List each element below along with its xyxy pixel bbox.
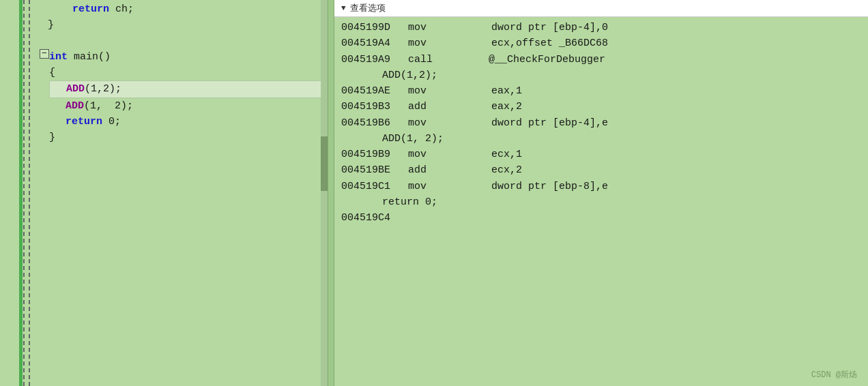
asm-mnem-5: add: [396, 99, 450, 115]
asm-mnem-7: mov: [396, 147, 450, 162]
asm-addr-8: 004519BE: [341, 162, 396, 178]
asm-ops-3: @__CheckForDebugger: [489, 52, 605, 68]
source-line-add2: ADD(1, 2);: [34, 98, 328, 114]
asm-row-9: 004519C1 mov dword ptr [ebp-8],e: [341, 179, 868, 194]
asm-ops-8: ecx,2: [491, 162, 522, 178]
left-scrollbar[interactable]: [321, 0, 328, 386]
source-interleave-1: ADD(1,2);: [341, 68, 868, 83]
asm-addr-2: 004519A4: [341, 35, 396, 51]
source-line-1: return ch;: [34, 1, 328, 17]
asm-ops-5: eax,2: [491, 99, 522, 115]
collapse-icon[interactable]: −: [40, 49, 49, 59]
asm-mnem-2: mov: [396, 35, 450, 51]
asm-addr-6: 004519B6: [341, 115, 396, 131]
asm-addr-3: 004519A9: [341, 52, 396, 68]
source-text-1: ADD(1,2);: [382, 68, 437, 83]
source-line-open-brace: {: [34, 65, 328, 80]
dashed-guide-1: [23, 0, 25, 386]
source-interleave-2: ADD(1, 2);: [341, 131, 868, 147]
source-interleave-3: return 0;: [341, 194, 868, 210]
asm-addr-9: 004519C1: [341, 179, 396, 194]
asm-row-4: 004519AE mov eax,1: [341, 83, 868, 99]
dashed-guide-2: [29, 0, 30, 386]
collapse-header-icon[interactable]: ▼: [341, 4, 346, 12]
asm-row-2: 004519A4 mov ecx,offset _B66DC68: [341, 35, 868, 51]
asm-addr-1: 0045199D: [341, 20, 396, 35]
asm-mnem-3: call: [396, 52, 450, 68]
asm-ops-4: eax,1: [491, 83, 522, 99]
asm-row-1: 0045199D mov dword ptr [ebp-4],0: [341, 20, 868, 35]
header-label: 查看选项: [350, 2, 386, 14]
asm-row-6: 004519B6 mov dword ptr [ebp-4],e: [341, 115, 868, 131]
asm-mnem-4: mov: [396, 83, 450, 99]
asm-row-5: 004519B3 add eax,2: [341, 99, 868, 115]
asm-ops-7: ecx,1: [491, 147, 522, 162]
source-line-func: − int main(): [34, 49, 328, 65]
asm-ops-1: dword ptr [ebp-4],0: [491, 20, 608, 35]
asm-ops-6: dword ptr [ebp-4],e: [491, 115, 608, 131]
source-line-return0: return 0;: [34, 114, 328, 130]
source-line-add1: ADD(1,2);: [49, 80, 328, 98]
kw-return-2: return: [66, 116, 102, 128]
asm-addr-4: 004519AE: [341, 83, 396, 99]
right-panel-header: ▼ 查看选项: [334, 0, 868, 17]
asm-mnem-1: mov: [396, 20, 450, 35]
asm-addr-5: 004519B3: [341, 99, 396, 115]
scrollbar-thumb[interactable]: [321, 136, 328, 191]
source-line-blank: [34, 33, 328, 49]
accent-bar: [19, 0, 23, 386]
asm-ops-9: dword ptr [ebp-8],e: [491, 179, 608, 194]
asm-addr-7: 004519B9: [341, 147, 396, 162]
panel-divider: [328, 0, 334, 386]
asm-row-8: 004519BE add ecx,2: [341, 162, 868, 178]
source-text-2: ADD(1, 2);: [382, 131, 444, 147]
macro-add-1: ADD: [66, 83, 85, 95]
asm-mnem-8: add: [396, 162, 450, 178]
fn-main: main: [74, 51, 98, 63]
kw-return-1: return: [72, 3, 109, 15]
asm-row-10: 004519C4: [341, 210, 868, 226]
source-code-area: return ch; } − int main() { ADD(1,2); AD…: [0, 1, 328, 145]
left-source-panel: return ch; } − int main() { ADD(1,2); AD…: [0, 0, 328, 386]
asm-row-3: 004519A9 call @__CheckForDebugger: [341, 52, 868, 68]
watermark: CSDN @斯炀: [811, 369, 857, 381]
asm-row-7: 004519B9 mov ecx,1: [341, 147, 868, 162]
asm-addr-10: 004519C4: [341, 210, 396, 226]
asm-mnem-9: mov: [396, 179, 450, 194]
asm-content: 0045199D mov dword ptr [ebp-4],0 004519A…: [334, 17, 868, 228]
kw-int: int: [49, 51, 68, 63]
asm-mnem-6: mov: [396, 115, 450, 131]
right-asm-panel: ▼ 查看选项 0045199D mov dword ptr [ebp-4],0 …: [334, 0, 868, 386]
asm-ops-2: ecx,offset _B66DC68: [491, 35, 608, 51]
source-line-close-brace: }: [34, 130, 328, 145]
source-text-3: return 0;: [382, 194, 437, 210]
source-line-2: }: [34, 17, 328, 33]
macro-add-2: ADD: [66, 100, 84, 112]
